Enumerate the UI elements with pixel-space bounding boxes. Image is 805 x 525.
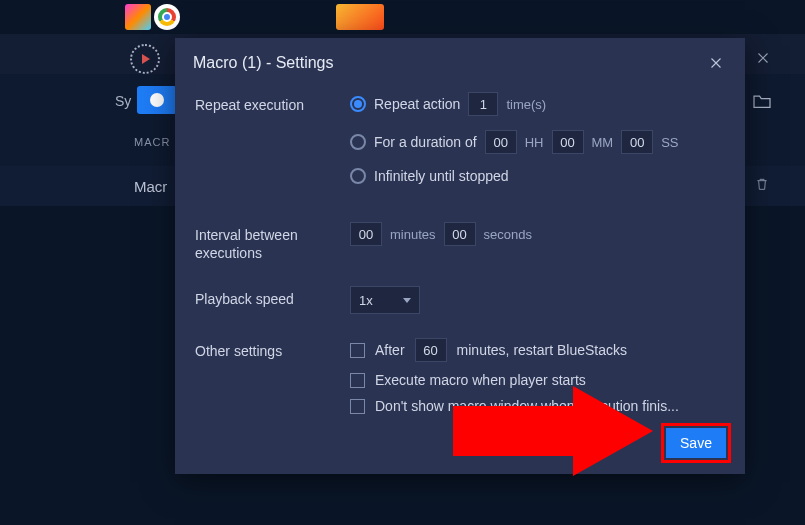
text-repeat-action: Repeat action [374,96,460,112]
unit-mm: MM [592,135,614,150]
input-restart-minutes[interactable] [415,338,447,362]
option-repeat-action[interactable]: Repeat action time(s) [350,92,725,116]
label-other: Other settings [195,338,350,360]
chrome-icon[interactable] [154,4,180,30]
text-execute-start: Execute macro when player starts [375,372,586,388]
input-duration-hh[interactable] [485,130,517,154]
close-icon[interactable] [705,52,727,74]
option-execute-on-start[interactable]: Execute macro when player starts [350,372,725,388]
radio-repeat-action[interactable] [350,96,366,112]
taskbar-icons [125,4,384,30]
folder-icon[interactable] [752,93,772,109]
label-repeat-execution: Repeat execution [195,92,350,114]
macros-tab[interactable]: MACR [134,136,170,148]
unit-hh: HH [525,135,544,150]
row-playback-speed: Playback speed 1x [195,286,725,314]
trash-icon[interactable] [754,175,770,193]
radio-infinite[interactable] [350,168,366,184]
unit-interval-minutes: minutes [390,227,436,242]
select-playback-speed[interactable]: 1x [350,286,420,314]
input-repeat-times[interactable] [468,92,498,116]
suffix-times: time(s) [506,97,546,112]
label-playback: Playback speed [195,286,350,308]
text-after: After [375,342,405,358]
text-infinite: Infinitely until stopped [374,168,509,184]
option-restart-after[interactable]: After minutes, restart BlueStacks [350,338,725,362]
sync-label: Sy [115,93,131,109]
app-warning-icon[interactable] [336,4,384,30]
checkbox-dont-show[interactable] [350,399,365,414]
media-app-icon[interactable] [125,4,151,30]
text-restart-suffix: minutes, restart BlueStacks [457,342,627,358]
input-interval-minutes[interactable] [350,222,382,246]
chevron-down-icon [403,298,411,303]
macro-record-icon[interactable] [130,44,160,74]
radio-duration[interactable] [350,134,366,150]
close-outer-panel[interactable] [749,44,777,72]
macro-settings-modal: Macro (1) - Settings Repeat execution Re… [175,38,745,474]
save-button[interactable]: Save [666,428,726,458]
row-other-settings: Other settings After minutes, restart Bl… [195,338,725,424]
macro-row-name: Macr [134,178,167,195]
checkbox-restart[interactable] [350,343,365,358]
unit-interval-seconds: seconds [484,227,532,242]
sync-toggle[interactable] [137,86,177,114]
label-interval: Interval between executions [195,222,350,262]
input-duration-ss[interactable] [621,130,653,154]
text-dont-show: Don't show macro window when execution f… [375,398,679,414]
modal-title: Macro (1) - Settings [193,54,333,72]
row-interval: Interval between executions minutes seco… [195,222,725,262]
option-infinite[interactable]: Infinitely until stopped [350,168,725,184]
input-duration-mm[interactable] [552,130,584,154]
option-dont-show-window[interactable]: Don't show macro window when execution f… [350,398,725,414]
text-duration: For a duration of [374,134,477,150]
playback-value: 1x [359,293,373,308]
row-repeat-execution: Repeat execution Repeat action time(s) F… [195,92,725,198]
modal-header: Macro (1) - Settings [175,38,745,84]
unit-ss: SS [661,135,678,150]
checkbox-execute-start[interactable] [350,373,365,388]
option-duration[interactable]: For a duration of HH MM SS [350,130,725,154]
input-interval-seconds[interactable] [444,222,476,246]
